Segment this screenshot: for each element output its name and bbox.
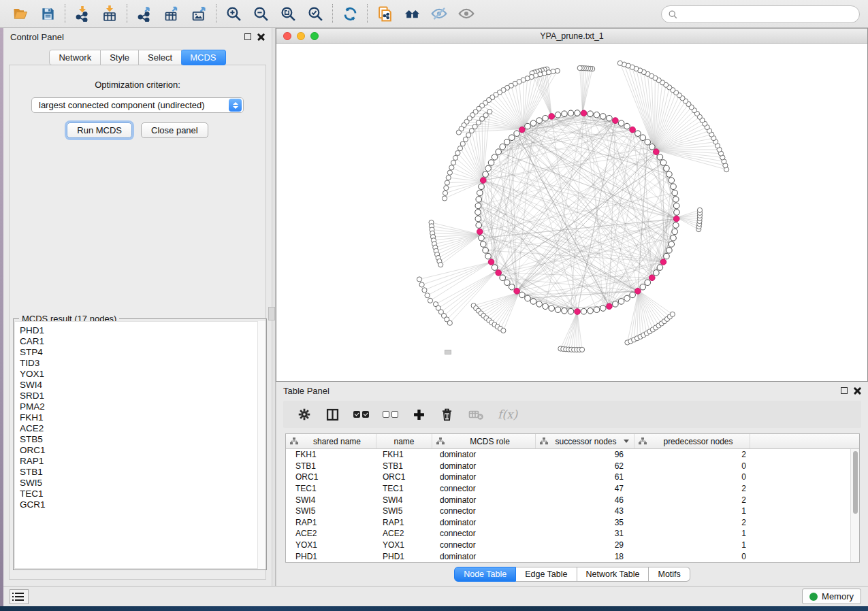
add-column-icon[interactable] <box>412 405 426 424</box>
export-image-icon[interactable] <box>185 3 212 24</box>
main-toolbar <box>0 0 868 28</box>
float-panel-icon[interactable] <box>244 33 251 40</box>
table-row[interactable]: STB1STB1dominator620 <box>286 461 850 472</box>
task-history-button[interactable] <box>10 589 29 604</box>
show-all-icon[interactable] <box>453 3 480 24</box>
table-cell: 35 <box>536 518 634 527</box>
hide-selected-icon[interactable] <box>425 3 453 24</box>
mcds-result-item[interactable]: CAR1 <box>20 336 265 347</box>
mcds-result-item[interactable]: SWI5 <box>20 478 265 489</box>
network-canvas-svg[interactable] <box>276 44 867 381</box>
import-network-icon[interactable] <box>69 3 96 24</box>
float-table-panel-icon[interactable] <box>841 387 848 394</box>
mcds-result-list[interactable]: PHD1CAR1STP4TID3YOX1SWI4SRD1PMA2FKH1ACE2… <box>14 321 266 569</box>
refresh-layout-icon[interactable] <box>336 3 364 24</box>
table-cell: ORC1 <box>376 472 432 482</box>
column-header-predecessor-nodes[interactable]: predecessor nodes <box>634 434 750 448</box>
import-table-icon[interactable] <box>96 3 123 24</box>
table-cell: 29 <box>536 540 634 550</box>
memory-button[interactable]: Memory <box>802 589 861 604</box>
table-row[interactable]: YOX1YOX1connector291 <box>286 540 850 551</box>
table-row[interactable]: PHD1PHD1dominator180 <box>286 550 850 562</box>
tab-network-table[interactable]: Network Table <box>577 567 649 582</box>
toolbar-separator <box>332 4 333 23</box>
window-close-button[interactable] <box>283 32 291 40</box>
mcds-result-item[interactable]: TEC1 <box>20 489 265 499</box>
deselect-all-icon[interactable] <box>383 405 398 424</box>
mcds-result-item[interactable]: YOX1 <box>20 369 265 380</box>
mcds-result-item[interactable]: PHD1 <box>20 325 265 336</box>
column-header-successor-nodes[interactable]: successor nodes <box>536 434 634 448</box>
table-cell: TEC1 <box>286 484 376 493</box>
mcds-result-item[interactable]: GCR1 <box>20 499 265 510</box>
application-window: Control Panel Network Style Select MCDS … <box>0 0 868 611</box>
close-table-panel-icon[interactable] <box>854 387 861 395</box>
mcds-result-item[interactable]: SWI4 <box>20 380 265 391</box>
mcds-result-item[interactable]: STB1 <box>20 467 265 478</box>
node-table-body[interactable]: FKH1FKH1dominator962STB1STB1dominator620… <box>286 449 850 562</box>
mcds-result-item[interactable]: FKH1 <box>20 412 265 423</box>
close-panel-icon[interactable] <box>257 33 265 41</box>
export-network-icon[interactable] <box>131 3 158 24</box>
table-row[interactable]: FKH1FKH1dominator962 <box>286 449 850 461</box>
mcds-result-item[interactable]: PMA2 <box>20 401 265 412</box>
zoom-selected-icon[interactable] <box>302 3 329 24</box>
mcds-result-scrollbar[interactable] <box>257 321 266 569</box>
memory-label: Memory <box>822 591 854 601</box>
run-mcds-button[interactable]: Run MCDS <box>67 122 132 138</box>
table-row[interactable]: ORC1ORC1dominator610 <box>286 472 850 483</box>
tab-edge-table[interactable]: Edge Table <box>516 567 577 582</box>
table-scrollbar[interactable] <box>850 449 859 562</box>
table-cell: dominator <box>432 552 536 561</box>
table-row[interactable]: TEC1TEC1connector472 <box>286 483 850 495</box>
delete-column-icon[interactable] <box>440 405 454 424</box>
save-session-icon[interactable] <box>34 3 61 24</box>
splitter-grip[interactable] <box>268 307 275 320</box>
horizontal-splitter-grip[interactable] <box>445 350 451 354</box>
zoom-in-icon[interactable] <box>220 3 247 24</box>
table-cell: dominator <box>432 495 536 505</box>
export-table-icon[interactable] <box>158 3 185 24</box>
sort-chevron-icon <box>624 440 629 443</box>
table-scrollbar-thumb[interactable] <box>853 451 858 514</box>
network-window-titlebar[interactable]: YPA_prune.txt_1 <box>276 29 867 44</box>
tab-node-table[interactable]: Node Table <box>454 567 516 582</box>
window-minimize-button[interactable] <box>297 32 305 40</box>
search-field[interactable] <box>661 5 860 23</box>
mcds-result-item[interactable]: ACE2 <box>20 423 265 434</box>
zoom-out-icon[interactable] <box>247 3 274 24</box>
table-settings-gear-icon[interactable] <box>297 405 312 424</box>
open-file-icon[interactable] <box>7 3 34 24</box>
mcds-result-item[interactable]: TID3 <box>20 358 265 369</box>
table-row[interactable]: SWI5SWI5connector431 <box>286 506 850 517</box>
tab-mcds[interactable]: MCDS <box>181 50 225 65</box>
table-row[interactable]: SWI4SWI4dominator462 <box>286 494 850 506</box>
column-view-icon[interactable] <box>325 405 340 424</box>
tab-network[interactable]: Network <box>49 50 101 65</box>
mcds-result-item[interactable]: STB5 <box>20 434 265 445</box>
table-cell: 43 <box>536 506 634 516</box>
zoom-fit-icon[interactable] <box>274 3 302 24</box>
mcds-result-item[interactable]: SRD1 <box>20 391 265 401</box>
table-cell: RAP1 <box>376 518 432 527</box>
tab-select[interactable]: Select <box>139 50 182 65</box>
column-header-shared-name[interactable]: shared name <box>286 434 376 448</box>
clone-network-icon[interactable] <box>371 3 398 24</box>
table-row[interactable]: RAP1RAP1dominator352 <box>286 517 850 529</box>
optimization-criterion-label: Optimization criterion: <box>10 80 266 90</box>
table-row[interactable]: ACE2ACE2connector311 <box>286 528 850 540</box>
criterion-select[interactable]: largest connected component (undirected) <box>31 97 244 113</box>
search-input[interactable] <box>678 7 859 21</box>
mcds-result-item[interactable]: STP4 <box>20 347 265 358</box>
first-neighbors-icon[interactable] <box>398 3 425 24</box>
mcds-result-item[interactable]: ORC1 <box>20 445 265 456</box>
column-header-name[interactable]: name <box>376 434 432 448</box>
mcds-result-item[interactable]: RAP1 <box>20 456 265 467</box>
table-cell: 0 <box>634 472 750 482</box>
close-panel-button[interactable]: Close panel <box>141 122 208 138</box>
tab-motifs[interactable]: Motifs <box>649 567 690 582</box>
tab-style[interactable]: Style <box>101 50 139 65</box>
window-maximize-button[interactable] <box>310 32 319 40</box>
column-header-mcds-role[interactable]: MCDS role <box>432 434 536 448</box>
select-all-icon[interactable] <box>353 405 369 424</box>
